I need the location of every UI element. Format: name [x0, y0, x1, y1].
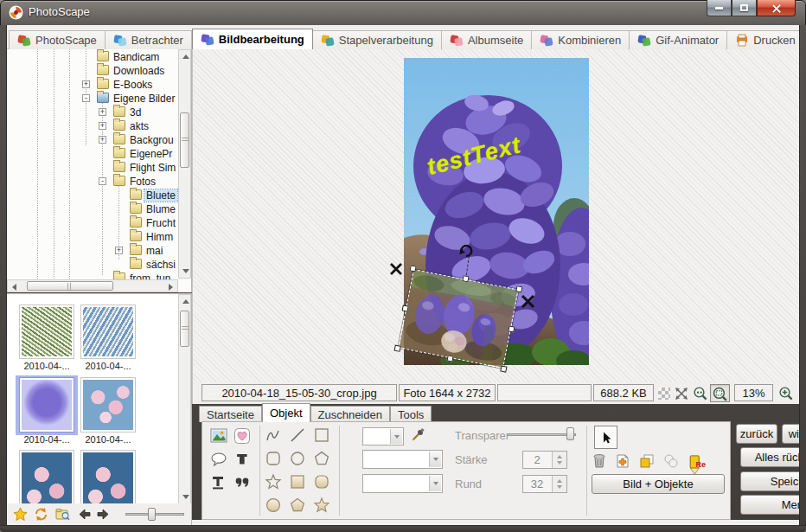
expander-icon[interactable]: + — [115, 247, 123, 254]
filled-star-shape-icon[interactable] — [313, 497, 330, 514]
tab-tools[interactable]: Tools — [390, 406, 432, 422]
resize-handle-ne[interactable] — [515, 285, 522, 292]
zoom-in-icon[interactable] — [778, 386, 794, 401]
thumbnail-item[interactable] — [80, 377, 136, 433]
filled-pentagon-shape-icon[interactable] — [289, 497, 306, 514]
tree-item[interactable]: -Eigene Bilder — [7, 92, 191, 106]
scroll-down-icon[interactable] — [182, 269, 189, 273]
scroll-up-icon[interactable] — [182, 299, 189, 304]
thumbnail-item[interactable] — [80, 450, 136, 503]
tree-item[interactable]: Blume — [7, 202, 191, 216]
scroll-up-icon[interactable] — [182, 54, 189, 59]
tree-horizontal-scrollbar[interactable] — [7, 279, 178, 292]
scrollbar-thumb[interactable] — [180, 311, 189, 347]
expander-icon[interactable]: - — [82, 94, 90, 102]
filled-rectangle-shape-icon[interactable] — [289, 473, 306, 490]
open-folder-icon[interactable] — [55, 507, 70, 522]
stepper-buttons[interactable] — [552, 476, 566, 492]
insert-sticker-heart-icon[interactable] — [233, 427, 251, 445]
tree-item[interactable]: +3d — [7, 106, 191, 119]
stroke-width-stepper[interactable]: 2 — [522, 451, 567, 469]
resize-handle-s[interactable] — [446, 355, 453, 362]
expander-icon[interactable]: + — [82, 80, 90, 88]
reset-all-button[interactable]: Alles rücksetzen — [740, 447, 806, 467]
tree-item[interactable]: Frucht — [7, 216, 191, 230]
fit-resize-icon[interactable] — [674, 386, 689, 401]
expander-icon[interactable]: - — [99, 177, 106, 185]
tab-kombinieren[interactable]: Kombinieren — [532, 30, 630, 50]
close-button[interactable] — [757, 0, 796, 16]
tree-item[interactable]: +Backgrou — [7, 133, 191, 147]
zoom-actual-size-icon[interactable] — [693, 386, 708, 401]
maximize-button[interactable] — [732, 0, 757, 16]
rotate-handle-icon[interactable] — [458, 245, 474, 259]
transparency-checker-icon[interactable] — [658, 388, 670, 400]
insert-speech-bubble-icon[interactable] — [210, 451, 227, 468]
insert-photo-icon[interactable] — [210, 427, 227, 445]
resize-handle-sw[interactable] — [394, 345, 401, 352]
resize-handle-nw[interactable] — [410, 265, 417, 272]
line-shape-icon[interactable] — [289, 426, 306, 444]
expander-icon[interactable]: + — [99, 122, 106, 130]
rounded-rectangle-shape-icon[interactable] — [265, 450, 282, 467]
thumbnail-item-selected[interactable] — [19, 377, 74, 433]
pattern-combobox[interactable] — [362, 450, 443, 469]
tree-item[interactable]: +mai — [7, 244, 191, 258]
tab-betrachter[interactable]: Betrachter — [106, 30, 192, 50]
tree-item[interactable]: +E-Books — [7, 78, 191, 92]
thumbnail-item[interactable] — [19, 450, 74, 503]
insert-text-box-icon[interactable] — [210, 474, 227, 491]
stepper-buttons[interactable] — [552, 452, 566, 468]
tab-bildbearbeitung[interactable]: Bildbearbeitung — [192, 29, 313, 50]
circle-shape-icon[interactable] — [289, 450, 306, 467]
texture-combobox[interactable] — [362, 474, 443, 493]
zoom-fit-window-icon[interactable] — [710, 384, 730, 402]
expander-icon[interactable]: + — [99, 136, 106, 144]
favorites-star-icon[interactable] — [13, 507, 28, 522]
rename-object-icon[interactable]: Re — [687, 453, 704, 469]
eyedropper-icon[interactable] — [410, 427, 425, 443]
tree-item[interactable]: Himm — [7, 230, 191, 244]
resize-handle-w[interactable] — [402, 304, 409, 311]
resize-handle-n[interactable] — [462, 275, 469, 282]
transparency-slider-thumb[interactable] — [566, 427, 574, 440]
insert-text-icon[interactable] — [233, 451, 251, 468]
freehand-line-icon[interactable] — [265, 426, 282, 444]
resize-handle-e[interactable] — [508, 325, 515, 332]
insert-quote-icon[interactable] — [233, 474, 251, 491]
tab-albumseite[interactable]: Albumseite — [442, 30, 532, 50]
scroll-left-icon[interactable] — [12, 284, 16, 291]
star-shape-icon[interactable] — [265, 473, 282, 490]
chevron-down-icon[interactable] — [429, 476, 441, 491]
forward-arrow-icon[interactable] — [96, 507, 111, 522]
tree-item[interactable]: Bandicam — [7, 50, 191, 64]
duplicate-object-icon[interactable] — [639, 453, 655, 469]
photo-plus-objects-button[interactable]: Bild + Objekte — [592, 474, 725, 494]
rectangle-shape-icon[interactable] — [313, 426, 330, 444]
tab-stapelverarbeitung[interactable]: Stapelverarbeitung — [313, 30, 442, 50]
filled-rounded-rectangle-shape-icon[interactable] — [313, 473, 330, 490]
tab-zuschneiden[interactable]: Zuschneiden — [310, 406, 390, 422]
select-arrow-tool-button[interactable] — [594, 426, 617, 449]
tab-objekt[interactable]: Objekt — [262, 403, 310, 422]
pentagon-shape-icon[interactable] — [313, 450, 330, 467]
transparency-slider[interactable] — [507, 433, 576, 436]
chevron-down-icon[interactable] — [429, 452, 441, 467]
undo-button[interactable]: zurück — [736, 424, 777, 444]
tab-startseite[interactable]: Startseite — [199, 406, 262, 422]
tree-item[interactable]: Downloads — [7, 64, 191, 78]
scrollbar-thumb[interactable] — [27, 281, 113, 291]
group-objects-icon[interactable] — [663, 453, 679, 469]
tree-vertical-scrollbar[interactable] — [178, 49, 191, 279]
tab-gif-animator[interactable]: Gif-Animator — [630, 30, 727, 50]
thumbnail-size-slider-thumb[interactable] — [148, 508, 156, 521]
tree-item[interactable]: Flight Sim — [7, 161, 191, 175]
save-button[interactable]: Speichern — [740, 471, 806, 491]
chevron-down-icon[interactable] — [390, 429, 402, 444]
thumbnail-item[interactable] — [19, 304, 74, 359]
back-arrow-icon[interactable] — [77, 507, 92, 522]
tree-item[interactable]: +akts — [7, 119, 191, 133]
filled-circle-shape-icon[interactable] — [265, 497, 282, 514]
round-stepper[interactable]: 32 — [522, 475, 567, 493]
resize-handle-se[interactable] — [500, 365, 507, 372]
